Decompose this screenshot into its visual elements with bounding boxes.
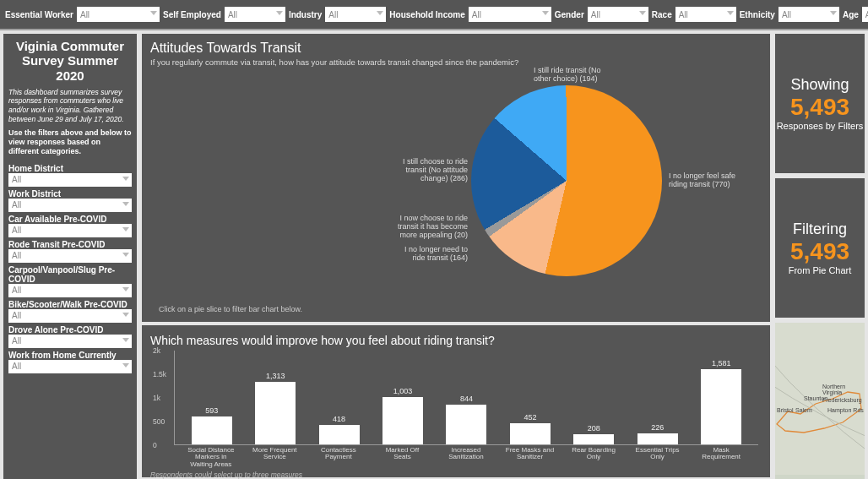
pie-slice-label: I still choose to ride transit (No attit… xyxy=(383,158,468,183)
pie-subtitle: If you regularly commute via transit, ho… xyxy=(150,57,762,67)
bar[interactable]: 452 xyxy=(505,413,556,444)
bar-value: 1,003 xyxy=(393,387,413,395)
filtering-sublabel: From Pie Chart xyxy=(789,265,852,275)
map[interactable]: Northern Virginia Staunton Fredericksbur… xyxy=(775,323,865,479)
chevron-down-icon xyxy=(377,11,383,15)
bar[interactable]: 1,581 xyxy=(696,359,746,444)
showing-sublabel: Responses by Filters xyxy=(777,121,864,131)
bar-category: Increased Sanitization xyxy=(441,447,491,468)
pie-slice-label: I now choose to ride transit it has beco… xyxy=(383,215,468,240)
bar-value: 226 xyxy=(651,423,664,432)
sidebar-filter-select[interactable]: All xyxy=(8,173,132,187)
top-filter-label: Self Employed xyxy=(163,10,221,19)
showing-number: 5,493 xyxy=(790,94,849,121)
top-filter-select[interactable]: All xyxy=(778,7,839,22)
sidebar-filter-select[interactable]: All xyxy=(8,224,132,237)
sidebar-filter-label: Drove Alone Pre-COVID xyxy=(8,325,132,335)
sidebar-filter-label: Work District xyxy=(8,189,132,199)
bar-value: 452 xyxy=(524,413,536,422)
top-filter-label: Age xyxy=(843,10,859,19)
bar-category: Social Distance Markers in Waiting Areas xyxy=(186,447,236,468)
chevron-down-icon xyxy=(639,11,646,15)
top-filter-label: Ethnicity xyxy=(740,10,775,19)
sidebar-filter-label: Work from Home Currently xyxy=(8,351,132,360)
top-filter-select[interactable]: All xyxy=(862,7,868,22)
chevron-down-icon xyxy=(830,11,837,15)
filtering-box: Filtering 5,493 From Pie Chart xyxy=(775,178,865,318)
chevron-down-icon xyxy=(276,11,283,15)
bar[interactable]: 208 xyxy=(568,424,619,444)
map-city: Hampton Rds xyxy=(827,407,864,413)
map-city: Salem xyxy=(795,407,812,413)
chevron-down-icon xyxy=(150,11,157,15)
bar[interactable]: 593 xyxy=(187,406,237,444)
bar-chart[interactable]: 2k1.5k1k5000 5931,3134181,00384445220822… xyxy=(174,351,758,445)
bar-panel: Which measures would improve how you fee… xyxy=(142,325,770,477)
bar-value: 208 xyxy=(588,424,600,433)
bar-value: 418 xyxy=(333,415,345,423)
pie-slice-label: I still ride transit (No other choice) (… xyxy=(534,67,615,84)
map-city: Bristol xyxy=(777,407,793,413)
y-tick: 2k xyxy=(153,346,160,355)
sidebar: Viginia Commuter Survey Summer 2020 This… xyxy=(3,34,137,479)
sidebar-filter-select[interactable]: All xyxy=(8,284,132,297)
sidebar-filter-label: Rode Transit Pre-COVID xyxy=(8,240,132,249)
sidebar-filter-label: Car Available Pre-COVID xyxy=(8,215,132,224)
top-filter-label: Industry xyxy=(289,10,322,19)
map-city: Northern Virginia xyxy=(822,384,865,395)
chevron-down-icon xyxy=(122,338,129,342)
chevron-down-icon xyxy=(122,363,129,367)
bar-category: Mask Requirement xyxy=(696,447,746,468)
top-filter-select[interactable]: All xyxy=(77,7,160,22)
y-tick: 1k xyxy=(153,394,160,402)
bar-title: Which measures would improve how you fee… xyxy=(150,334,762,347)
bar-category: Marked Off Seats xyxy=(377,447,427,468)
chevron-down-icon xyxy=(122,313,129,317)
sidebar-filter-select[interactable]: All xyxy=(8,335,132,348)
sidebar-filter-select[interactable]: All xyxy=(8,360,132,373)
chevron-down-icon xyxy=(122,177,129,181)
bar-category: Rear Boarding Only xyxy=(568,447,619,468)
dashboard-instructions: Use the filters above and below to view … xyxy=(8,128,132,155)
bar[interactable]: 1,003 xyxy=(377,387,428,444)
y-tick: 500 xyxy=(153,417,165,426)
pie-panel: Attitudes Towards Transit If you regular… xyxy=(142,34,770,322)
sidebar-filter-select[interactable]: All xyxy=(8,199,132,212)
top-filter-label: Essential Worker xyxy=(5,10,73,19)
bar-category: Contactless Payment xyxy=(313,447,364,468)
sidebar-filter-label: Home District xyxy=(8,164,132,173)
dashboard-description: This dashboard summarizes survey respons… xyxy=(8,88,132,124)
bar-note: Respondents could select up to three mea… xyxy=(150,471,762,479)
top-filter-select[interactable]: All xyxy=(469,7,551,22)
top-filter-select[interactable]: All xyxy=(675,7,736,22)
chevron-down-icon xyxy=(122,287,129,291)
bar[interactable]: 418 xyxy=(314,415,365,444)
filtering-number: 5,493 xyxy=(790,238,849,265)
chevron-down-icon xyxy=(122,227,129,231)
bar-value: 593 xyxy=(205,406,218,415)
top-filter-label: Household Income xyxy=(389,10,464,19)
chevron-down-icon xyxy=(727,11,734,15)
filtering-label: Filtering xyxy=(793,220,847,238)
pie-chart[interactable] xyxy=(471,85,662,276)
dashboard-title: Viginia Commuter Survey Summer 2020 xyxy=(8,39,132,83)
pie-slice-label: I no longer feel safe riding transit (77… xyxy=(669,172,736,189)
top-filter-bar: Essential WorkerAllSelf EmployedAllIndus… xyxy=(0,0,868,30)
bar-category: Essential Trips Only xyxy=(632,447,683,468)
top-filter-select[interactable]: All xyxy=(225,7,285,22)
bar[interactable]: 844 xyxy=(441,395,491,444)
sidebar-filter-select[interactable]: All xyxy=(8,309,132,323)
top-filter-select[interactable]: All xyxy=(588,7,648,22)
top-filter-select[interactable]: All xyxy=(325,7,386,22)
showing-label: Showing xyxy=(790,76,849,94)
pie-hint: Click on a pie slice to filter bar chart… xyxy=(159,305,302,313)
bar[interactable]: 1,313 xyxy=(250,372,301,444)
chevron-down-icon xyxy=(122,253,129,257)
chevron-down-icon xyxy=(542,11,549,15)
sidebar-filter-label: Bike/Scooter/Walk Pre-COVID xyxy=(8,300,132,309)
sidebar-filter-select[interactable]: All xyxy=(8,249,132,263)
pie-slice-label: I no longer need to ride transit (164) xyxy=(392,246,468,263)
bar[interactable]: 226 xyxy=(632,423,683,444)
top-filter-label: Race xyxy=(652,10,672,19)
bar-value: 1,313 xyxy=(266,372,285,380)
